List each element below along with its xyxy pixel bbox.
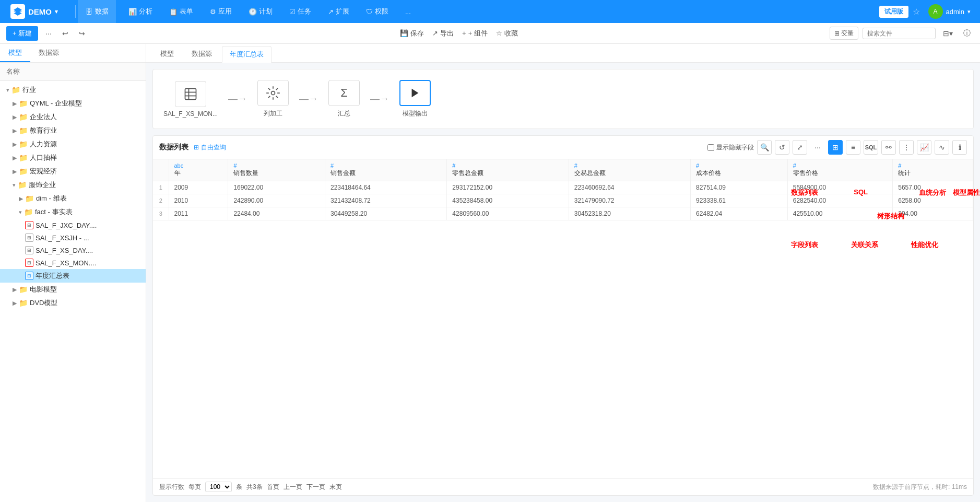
cell-stat-1: 5657.00 xyxy=(893,181,973,194)
app-name: DEMO xyxy=(28,7,52,16)
hidden-fields-checkbox[interactable] xyxy=(707,144,714,151)
more-panel-button[interactable]: ··· xyxy=(810,140,825,155)
svg-marker-5 xyxy=(412,89,419,98)
flow-node-output[interactable]: 模型输出 xyxy=(399,80,431,118)
nav-form[interactable]: 📋 表单 xyxy=(162,0,200,23)
aggregate-label: 汇总 xyxy=(338,109,350,118)
svg-rect-0 xyxy=(185,88,196,99)
row-num-3: 3 xyxy=(153,207,169,220)
redo-button[interactable]: ↪ xyxy=(76,28,88,39)
model-icon: ⊞ xyxy=(25,246,33,254)
pagination: 显示行数 每页 100 50 200 条 共3条 首页 上一页 下一页 末页 数… xyxy=(153,478,973,495)
free-query-icon: ⊞ xyxy=(194,144,199,151)
tree-item-dvd[interactable]: ▶ 📁 DVD模型 xyxy=(0,296,146,310)
per-page-select[interactable]: 100 50 200 xyxy=(205,482,232,492)
sidebar-tab-datasource[interactable]: 数据源 xyxy=(30,44,67,62)
chevron-icon: ▶ xyxy=(13,155,17,161)
refresh-button[interactable]: ↺ xyxy=(775,140,789,155)
tree-item-sal-xsjh[interactable]: ⊞ SAL_F_XSJH - ... xyxy=(0,231,146,244)
tree-item-hongguanjingji[interactable]: ▶ 📁 宏观经济 xyxy=(0,165,146,178)
tree-item-qyfaren[interactable]: ▶ 📁 企业法人 xyxy=(0,110,146,124)
last-page-link[interactable]: 末页 xyxy=(329,483,342,492)
tab-model[interactable]: 模型 xyxy=(152,45,182,62)
save-action[interactable]: 💾 保存 xyxy=(400,29,424,38)
cell-sales-qty-2: 242890.00 xyxy=(228,194,325,207)
nav-task[interactable]: ☑ 任务 xyxy=(282,0,318,23)
flow-node-aggregate[interactable]: Σ 汇总 xyxy=(328,80,360,118)
model-attr-button[interactable]: ℹ xyxy=(952,140,967,155)
component-action[interactable]: + + 组件 xyxy=(462,29,488,38)
search-panel-button[interactable]: 🔍 xyxy=(757,140,772,155)
info-button[interactable]: ⓘ xyxy=(960,28,974,39)
tree-button[interactable]: ⋮ xyxy=(899,140,914,155)
lineage-button[interactable]: ∿ xyxy=(935,140,949,155)
tree-item-dianying[interactable]: ▶ 📁 电影模型 xyxy=(0,283,146,296)
new-button[interactable]: + 新建 xyxy=(6,26,38,41)
prev-page-link[interactable]: 上一页 xyxy=(284,483,302,492)
sql-button[interactable]: SQL xyxy=(864,140,878,155)
next-page-link[interactable]: 下一页 xyxy=(306,483,325,492)
expand-button[interactable]: ⤢ xyxy=(793,140,807,155)
data-tab-label: 数据 xyxy=(95,7,109,16)
col-sales-qty-header: # 销售数量 xyxy=(228,159,325,181)
export-action[interactable]: ↗ 导出 xyxy=(432,29,454,38)
chevron-icon: ▶ xyxy=(13,127,17,134)
chevron-icon: ▶ xyxy=(19,195,23,202)
nav-plan[interactable]: 🕐 计划 xyxy=(241,0,280,23)
cell-year-1: 2009 xyxy=(169,181,228,194)
more-options-button[interactable]: ··· xyxy=(42,28,55,39)
first-page-link[interactable]: 首页 xyxy=(267,483,279,492)
tab-datasource[interactable]: 数据源 xyxy=(184,45,220,62)
nav-auth[interactable]: 🛡 权限 xyxy=(359,0,396,23)
nav-analysis[interactable]: 📊 分析 xyxy=(121,0,160,23)
chart-icon: 📊 xyxy=(128,8,137,16)
relation-button[interactable]: ⚯ xyxy=(881,140,896,155)
sidebar-tab-model[interactable]: 模型 xyxy=(0,44,30,62)
variable-button[interactable]: ⊞ 变量 xyxy=(830,27,858,40)
tab-niandu[interactable]: 年度汇总表 xyxy=(222,46,271,63)
flow-node-source[interactable]: SAL_F_XS_MON... xyxy=(163,81,218,118)
tree-item-niandu[interactable]: ⊟ 年度汇总表 xyxy=(0,269,146,283)
field-list-button[interactable]: ≡ xyxy=(846,140,860,155)
folder-icon: 📁 xyxy=(11,86,20,94)
flow-node-col-process[interactable]: 列加工 xyxy=(257,80,289,118)
free-query-button[interactable]: ⊞ 自由查询 xyxy=(194,143,226,152)
tree-item-renliziyuan[interactable]: ▶ 📁 人力资源 xyxy=(0,137,146,151)
tree-item-renkoubaiyang[interactable]: ▶ 📁 人口抽样 xyxy=(0,151,146,165)
tree-item-sal-jxc-day[interactable]: ⊞ SAL_F_JXC_DAY.... xyxy=(0,219,146,231)
content-tabs: 模型 数据源 年度汇总表 xyxy=(146,44,980,63)
tree-item-sal-xs-day[interactable]: ⊞ SAL_F_XS_DAY.... xyxy=(0,244,146,256)
tree-item-industry[interactable]: ▾ 📁 行业 xyxy=(0,83,146,97)
nav-divider xyxy=(75,5,76,18)
tree-item-sal-xs-mon[interactable]: ⊟ SAL_F_XS_MON.... xyxy=(0,256,146,269)
tree-item-jiaoyuhangye[interactable]: ▶ 📁 教育行业 xyxy=(0,124,146,137)
logo-area[interactable]: DEMO ▾ xyxy=(5,4,73,19)
folder-icon: 📁 xyxy=(19,299,28,307)
trial-button[interactable]: 试用版 xyxy=(879,6,908,18)
avatar-area[interactable]: A admin ▾ xyxy=(924,4,975,19)
cell-stat-3: 394.00 xyxy=(893,207,973,220)
view-toggle-button[interactable]: ⊟▾ xyxy=(940,28,956,39)
undo-button[interactable]: ↩ xyxy=(59,28,72,39)
per-page-label: 每页 xyxy=(188,483,201,492)
performance-button[interactable]: 📈 xyxy=(917,140,931,155)
star-icon[interactable]: ☆ xyxy=(913,7,920,17)
tree-item-fact[interactable]: ▾ 📁 fact - 事实表 xyxy=(0,205,146,219)
tree-item-qyml[interactable]: ▶ 📁 QYML - 企业模型 xyxy=(0,97,146,110)
folder-icon: 📁 xyxy=(19,99,28,108)
tree-item-dim[interactable]: ▶ 📁 dim - 维表 xyxy=(0,192,146,205)
data-tab[interactable]: 🗄 数据 xyxy=(78,0,116,23)
nav-extend[interactable]: ↗ 扩展 xyxy=(321,0,357,23)
nav-more[interactable]: ... xyxy=(398,0,418,23)
col-rownum-header xyxy=(153,159,169,181)
panel-toolbar-right: 显示隐藏字段 🔍 ↺ ⤢ ··· ⊞ ≡ SQL ⚯ ⋮ 📈 ∿ ℹ xyxy=(707,140,967,155)
nav-app[interactable]: ⚙ 应用 xyxy=(203,0,239,23)
search-input[interactable] xyxy=(863,28,936,39)
data-list-button[interactable]: ⊞ xyxy=(828,140,843,155)
flow-arrow-2: —→ xyxy=(299,94,318,104)
tree-item-fuzhuangqiye[interactable]: ▾ 📁 服饰企业 xyxy=(0,178,146,192)
show-hidden-checkbox[interactable]: 显示隐藏字段 xyxy=(707,143,754,152)
top-nav: DEMO ▾ 🗄 数据 📊 分析 📋 表单 ⚙ 应用 🕐 计划 ☑ 任务 ↗ 扩… xyxy=(0,0,980,23)
data-panel: 数据列表 ⊞ 自由查询 显示隐藏字段 🔍 ↺ ⤢ ··· ⊞ ≡ xyxy=(152,135,974,496)
collect-action[interactable]: ☆ 收藏 xyxy=(496,29,518,38)
